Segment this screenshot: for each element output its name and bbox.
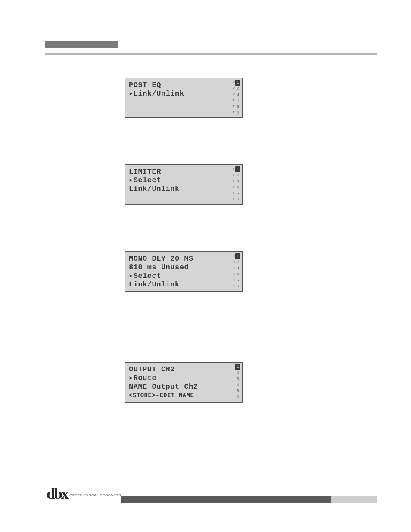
- lcd-delay: MONO DLY 20 MS 810 ms Unused ▸Select Lin…: [125, 251, 243, 292]
- lcd2-title: LIMITER: [129, 168, 239, 176]
- lcd4-sidebar: 123456: [235, 364, 240, 400]
- sidebar-row: L1: [233, 166, 240, 172]
- sidebar-row: L4: [233, 184, 240, 190]
- sidebar-row: L5: [233, 190, 240, 196]
- lcd3-line4: Link/Unlink: [129, 280, 239, 289]
- header-bar-light: [45, 53, 377, 55]
- lcd-limiter: LIMITER ▸Select Link/Unlink L1L2L3L4L5L6: [125, 164, 243, 205]
- lcd4-line2: ▸Route: [129, 374, 239, 383]
- sidebar-row: L2: [233, 172, 240, 178]
- sidebar-row: L3: [233, 178, 240, 184]
- logo-brand: dbx: [47, 485, 68, 503]
- lcd2-line3: ▸Select: [129, 176, 239, 185]
- sidebar-row: P6: [233, 110, 240, 116]
- lcd-output: OUTPUT CH2 ▸Route NAME Output Ch2 <STORE…: [125, 362, 243, 403]
- sidebar-row: P2: [233, 86, 240, 92]
- sidebar-row: 2: [235, 370, 240, 376]
- logo-tagline: PROFESSIONAL PRODUCTS: [69, 493, 121, 497]
- lcd3-line3: ▸Select: [129, 272, 239, 280]
- sidebar-row: L6: [233, 196, 240, 202]
- sidebar-row: 3: [235, 376, 240, 382]
- sidebar-row: D2: [233, 259, 240, 265]
- sidebar-row: D3: [233, 265, 240, 271]
- lcd-posteq: POST EQ ▸Link/Unlink P1P2P3P4P5P6: [125, 78, 243, 118]
- sidebar-row: D4: [233, 271, 240, 277]
- sidebar-row: P5: [233, 104, 240, 110]
- sidebar-row: 4: [235, 382, 240, 388]
- sidebar-row: P4: [233, 98, 240, 104]
- logo-area: dbx PROFESSIONAL PRODUCTS: [47, 485, 121, 503]
- footer-bar-dark: [121, 496, 331, 503]
- sidebar-row: D1: [233, 253, 240, 259]
- lcd3-title: MONO DLY 20 MS: [129, 255, 239, 263]
- sidebar-row: 5: [235, 388, 240, 394]
- lcd4-line4: <STORE>-EDIT NAME: [129, 391, 239, 400]
- lcd1-title: POST EQ: [129, 81, 239, 90]
- lcd3-line2: 810 ms Unused: [129, 263, 239, 272]
- lcd4-line3: NAME Output Ch2: [129, 383, 239, 391]
- lcd4-title: OUTPUT CH2: [129, 365, 239, 374]
- sidebar-row: P1: [233, 80, 240, 86]
- sidebar-row: D5: [233, 277, 240, 283]
- lcd3-sidebar: D1D2D3D4D5D6: [233, 253, 240, 289]
- sidebar-row: 6: [235, 394, 240, 400]
- header-bar-dark: [45, 41, 118, 48]
- footer-bar-light: [331, 496, 377, 503]
- sidebar-row: P3: [233, 92, 240, 98]
- lcd1-line4: ▸Link/Unlink: [129, 90, 239, 98]
- lcd2-sidebar: L1L2L3L4L5L6: [233, 166, 240, 202]
- sidebar-row: 1: [235, 364, 240, 370]
- sidebar-row: D6: [233, 283, 240, 289]
- lcd1-sidebar: P1P2P3P4P5P6: [233, 80, 240, 116]
- lcd2-line4: Link/Unlink: [129, 185, 239, 193]
